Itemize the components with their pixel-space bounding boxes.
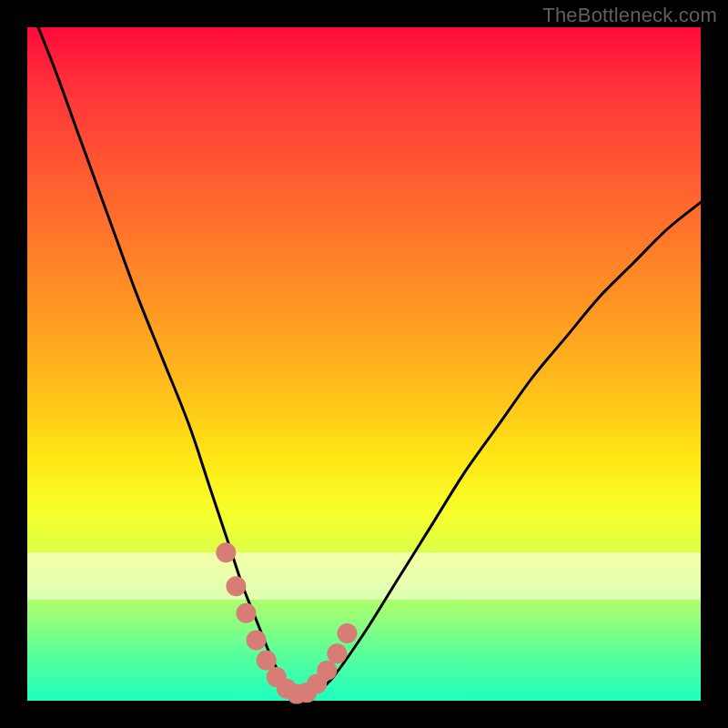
highlight-marker <box>317 661 337 681</box>
highlight-marker <box>226 576 246 596</box>
highlight-marker <box>237 603 257 623</box>
bottleneck-curve <box>27 0 701 695</box>
chart-frame: TheBottleneck.com <box>0 0 728 728</box>
highlight-marker <box>247 630 267 650</box>
curve-layer <box>27 27 701 701</box>
highlight-marker <box>257 651 277 671</box>
highlight-marker <box>327 643 347 663</box>
watermark-text: TheBottleneck.com <box>542 4 717 27</box>
highlight-marker <box>216 542 236 562</box>
highlight-marker <box>338 623 358 643</box>
